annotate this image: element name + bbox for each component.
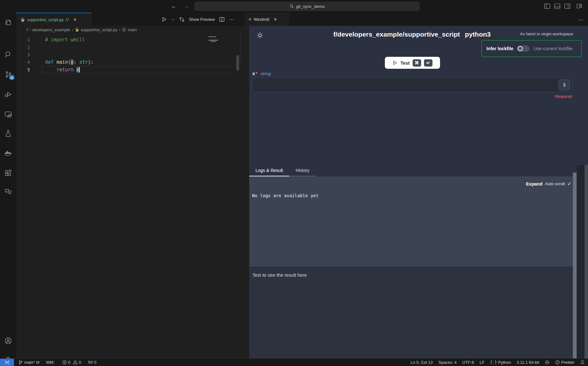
scm-badge: 11 — [9, 75, 15, 80]
result-placeholder: Test to see the result here — [252, 272, 307, 278]
minimap-line — [211, 41, 216, 42]
run-context-label: As henri in virgin-workspace — [520, 32, 573, 36]
lockfile-toggle[interactable] — [517, 45, 530, 52]
field-label: x * string — [252, 71, 271, 76]
status-bar: main* ⟳ WM: 0 0 0 Ln 5, Col 13 Spaces: 4… — [0, 358, 588, 366]
code-line-3[interactable]: 3 — [16, 51, 245, 59]
windmill-webview: f/developers_example/supportive_script p… — [249, 26, 588, 358]
ports-count: 0 — [94, 360, 96, 365]
tab-supportive-script[interactable]: supportive_script.py U ✕ — [16, 13, 91, 26]
copilot-icon — [545, 360, 550, 365]
code-editor[interactable]: 1 # import wmill 2 3 4 def main(x: str):… — [16, 33, 245, 358]
formatter-status[interactable]: Prettier — [555, 360, 574, 365]
git-branch-icon — [18, 360, 23, 365]
editor-group: supportive_script.py U ✕ Show Preview ⋯ … — [16, 13, 245, 358]
windmill-more-actions-icon[interactable]: ⋯ — [578, 17, 584, 23]
check-icon[interactable]: ✓ — [567, 181, 572, 187]
title-bar: ← → git_sync_demo — [0, 0, 588, 13]
source-control-icon[interactable]: 11 — [4, 70, 12, 79]
copilot-status[interactable] — [545, 360, 550, 365]
tab-close-icon[interactable]: ✕ — [273, 17, 277, 22]
run-python-file-icon[interactable] — [162, 17, 167, 22]
required-message: Required — [555, 94, 572, 99]
accounts-icon[interactable] — [4, 337, 12, 345]
tab-history[interactable]: History — [289, 165, 316, 176]
logs-actions: Expand Auto scroll ✓ — [526, 181, 572, 187]
docker-icon[interactable] — [4, 149, 12, 157]
extensions-icon[interactable] — [4, 169, 12, 177]
explorer-icon[interactable] — [4, 18, 12, 27]
cursor-position[interactable]: Ln 5, Col 13 — [411, 360, 433, 365]
ports-status[interactable]: 0 — [88, 360, 96, 365]
problems-status[interactable]: 0 0 — [62, 360, 81, 365]
split-editor-icon[interactable] — [219, 17, 225, 22]
enter-key-badge: ↵ — [424, 59, 432, 67]
remote-indicator[interactable] — [0, 359, 14, 366]
run-debug-icon[interactable] — [4, 90, 12, 98]
comments-icon[interactable] — [4, 188, 12, 196]
customize-layout-icon[interactable] — [576, 3, 582, 9]
windmill-status[interactable]: WM: — [46, 360, 55, 365]
formatter-label: Prettier — [561, 360, 574, 365]
notifications-bell[interactable] — [580, 360, 585, 365]
nav-back-icon[interactable]: ← — [170, 3, 177, 10]
breadcrumb-file[interactable]: supportive_script.py — [81, 27, 117, 32]
cursor-label: Ln 5, Col 13 — [411, 360, 433, 365]
toggle-panel-icon[interactable] — [554, 3, 560, 9]
error-icon — [62, 360, 67, 365]
minimap[interactable] — [207, 35, 224, 48]
breadcrumb-separator: › — [119, 27, 121, 32]
indentation[interactable]: Spaces: 4 — [438, 360, 457, 365]
autoscroll-label[interactable]: Auto scroll — [545, 181, 565, 186]
open-changes-icon[interactable] — [179, 17, 185, 22]
encoding-label: UTF-8 — [462, 360, 474, 365]
tab-close-icon[interactable]: ✕ — [73, 17, 77, 22]
webview-gutter — [577, 165, 585, 358]
toggle-primary-sidebar-icon[interactable] — [544, 3, 550, 9]
tab-windmill[interactable]: ≡ Windmill ✕ — [245, 13, 289, 26]
command-center-search[interactable]: git_sync_demo — [195, 2, 420, 11]
light-mode-sun-icon[interactable] — [256, 31, 264, 39]
python-file-icon — [75, 27, 79, 32]
test-button[interactable]: Test ⌘ ↵ — [385, 57, 440, 69]
editor-more-actions-icon[interactable]: ⋯ — [229, 16, 234, 22]
language-label: Python — [498, 360, 511, 365]
show-preview-button[interactable]: Show Preview — [189, 17, 215, 22]
language-mode[interactable]: {·} Python — [490, 360, 511, 365]
indent-label: Spaces: 4 — [438, 360, 457, 365]
x-string-input[interactable]: $ — [252, 78, 572, 92]
search-view-icon[interactable] — [4, 50, 12, 59]
code-comment: # import wmill — [45, 37, 85, 43]
editor-scrollbar-thumb[interactable] — [236, 55, 239, 70]
expand-button[interactable]: Expand — [526, 181, 542, 186]
toggle-secondary-sidebar-icon[interactable] — [564, 3, 570, 9]
minimap-line — [209, 36, 216, 37]
breadcrumb-folder[interactable]: f — [26, 27, 28, 32]
eol-sequence[interactable]: LF — [479, 360, 484, 365]
webview-scrollbar-thumb[interactable] — [573, 173, 577, 358]
testing-icon[interactable] — [4, 129, 12, 138]
code-token: : — [91, 59, 94, 65]
indent-guide — [42, 66, 42, 74]
code-token: ) — [88, 59, 91, 65]
variable-picker-button[interactable]: $ — [558, 79, 570, 91]
breadcrumb-folder[interactable]: developers_example — [32, 27, 70, 32]
line-number: 1 — [16, 37, 30, 42]
script-language: python3 — [465, 31, 491, 38]
breadcrumb-separator: › — [29, 27, 31, 32]
nav-forward-icon[interactable]: → — [183, 3, 190, 10]
git-branch-status[interactable]: main* ⟳ — [18, 360, 40, 365]
webview-list-icon: ≡ — [249, 17, 251, 22]
tab-logs-result[interactable]: Logs & Result — [249, 165, 289, 176]
breadcrumb[interactable]: f › developers_example › supportive_scri… — [16, 26, 245, 33]
remote-explorer-icon[interactable] — [4, 110, 12, 118]
python-runtime[interactable]: 3.11.1 64-bit — [517, 360, 539, 365]
sync-icon[interactable]: ⟳ — [36, 360, 40, 365]
code-line-5-current[interactable]: 5 return x — [16, 66, 245, 74]
code-token: def — [45, 59, 56, 65]
run-dropdown-chevron-icon[interactable] — [171, 17, 175, 22]
encoding[interactable]: UTF-8 — [462, 360, 474, 365]
code-line-4[interactable]: 4 def main(x: str): — [16, 58, 245, 66]
code-token-highlighted: x — [71, 59, 74, 65]
breadcrumb-symbol[interactable]: main — [128, 27, 137, 32]
